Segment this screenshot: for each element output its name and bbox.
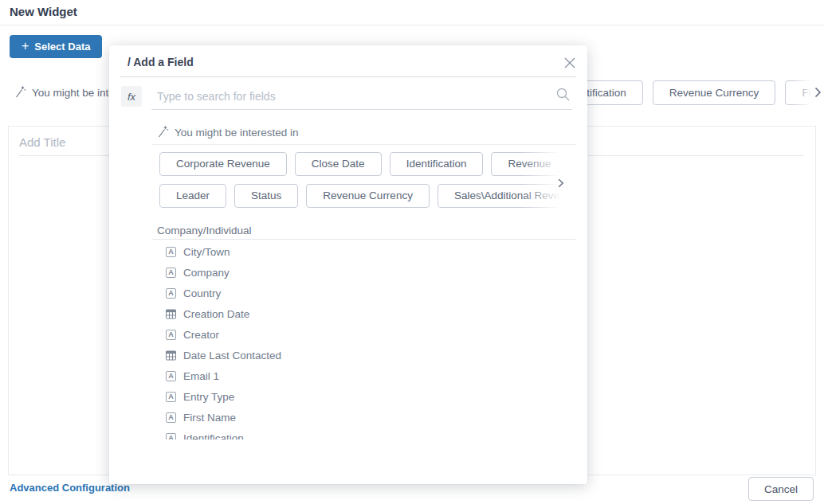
background-suggestion-chips: Identification Revenue Currency First Na… (549, 80, 824, 105)
field-label: Creator (183, 329, 219, 341)
page-title: New Widget (10, 5, 77, 18)
field-type-icon: A (166, 371, 176, 381)
field-list-item[interactable]: A City/Town (151, 241, 566, 262)
field-type-icon: A (166, 309, 176, 319)
field-type-icon: A (166, 433, 176, 440)
select-data-button[interactable]: + Select Data (10, 35, 102, 58)
select-data-label: Select Data (34, 41, 90, 53)
chip-label: Identification (406, 158, 467, 170)
suggestion-chip[interactable]: Revenue Currency (653, 80, 776, 105)
field-list-item[interactable]: A Identification (151, 428, 566, 440)
chip-label: Revenue (508, 158, 551, 170)
add-field-modal: / Add a Field fx You might (109, 45, 587, 484)
field-label: Identification (183, 432, 244, 440)
suggestion-chip[interactable]: Status (234, 184, 298, 208)
field-group-divider (151, 239, 575, 240)
chevron-right-icon[interactable] (558, 178, 564, 188)
field-list-item[interactable]: A Date Last Contacted (151, 345, 566, 365)
field-type-icon: A (166, 330, 176, 340)
field-list-item[interactable]: A Company (151, 262, 566, 283)
field-list-item[interactable]: A Creator (151, 324, 566, 345)
field-type-icon: A (166, 350, 176, 361)
chips-row-2: Leader Status Revenue Currency Sales\Add… (159, 184, 567, 208)
field-list-item[interactable]: A Email 1 (151, 365, 566, 386)
field-list-item[interactable]: A Creation Date (151, 303, 566, 324)
header-divider (0, 25, 824, 25)
modal-header-divider (120, 76, 576, 77)
chip-label: Corporate Revenue (176, 158, 270, 170)
suggestion-chip[interactable]: Revenue (491, 152, 567, 176)
suggestion-divider (151, 144, 576, 145)
field-label: First Name (183, 412, 236, 424)
close-icon[interactable] (563, 56, 577, 70)
chip-label: Leader (176, 189, 210, 201)
field-label: Entry Type (183, 391, 234, 403)
suggestion-chip[interactable]: Revenue Currency (306, 184, 430, 208)
modal-title: / Add a Field (128, 56, 194, 68)
chip-label: Close Date (312, 158, 365, 170)
field-type-icon: A (166, 392, 176, 402)
magic-wand-icon (14, 86, 26, 99)
chip-label: Revenue Currency (669, 87, 759, 99)
field-type-icon: A (166, 268, 176, 278)
chip-label: Status (251, 189, 281, 201)
field-list-item[interactable]: A First Name (151, 407, 566, 428)
field-search-input[interactable] (157, 85, 524, 107)
chips-row-1: Corporate Revenue Close Date Identificat… (159, 152, 567, 176)
plus-icon: + (22, 40, 29, 53)
field-list: A City/Town A (151, 241, 566, 440)
modal-suggestion-label: You might be interested in (175, 127, 299, 139)
app-screen: New Widget + Select Data You might be in… (0, 0, 824, 504)
suggestion-chip[interactable]: Close Date (295, 152, 382, 176)
field-label: Email 1 (183, 370, 219, 382)
field-type-icon: A (166, 247, 176, 257)
field-group-name: Company/Individual (157, 225, 252, 236)
field-label: Country (183, 287, 221, 299)
field-type-icon: A (166, 288, 176, 299)
field-label: Company (183, 267, 230, 279)
suggestion-chip[interactable]: Identification (390, 152, 484, 176)
search-underline (151, 109, 572, 110)
modal-suggestion-row: You might be interested in (157, 126, 299, 139)
field-label: Date Last Contacted (183, 350, 281, 361)
suggestion-chip[interactable]: Corporate Revenue (159, 152, 287, 176)
suggestion-chip[interactable]: Leader (159, 184, 226, 208)
field-label: City/Town (183, 246, 230, 258)
chip-label: Revenue Currency (323, 189, 413, 201)
field-label: Creation Date (183, 308, 249, 320)
cancel-button[interactable]: Cancel (748, 477, 814, 501)
chip-label: Sales\Additional Revenue (454, 189, 567, 201)
field-list-item[interactable]: A Entry Type (151, 386, 566, 407)
chevron-right-icon[interactable] (814, 87, 822, 98)
formula-fx-button[interactable]: fx (121, 86, 142, 107)
suggestion-chip[interactable]: Sales\Additional Revenue (438, 184, 567, 208)
widget-title-placeholder[interactable]: Add Title (19, 135, 65, 149)
magic-wand-icon (157, 126, 169, 139)
search-icon (555, 87, 571, 102)
suggestion-chips-viewport: Corporate Revenue Close Date Identificat… (159, 152, 567, 208)
field-type-icon: A (166, 412, 176, 423)
field-list-item[interactable]: A Country (151, 283, 566, 303)
